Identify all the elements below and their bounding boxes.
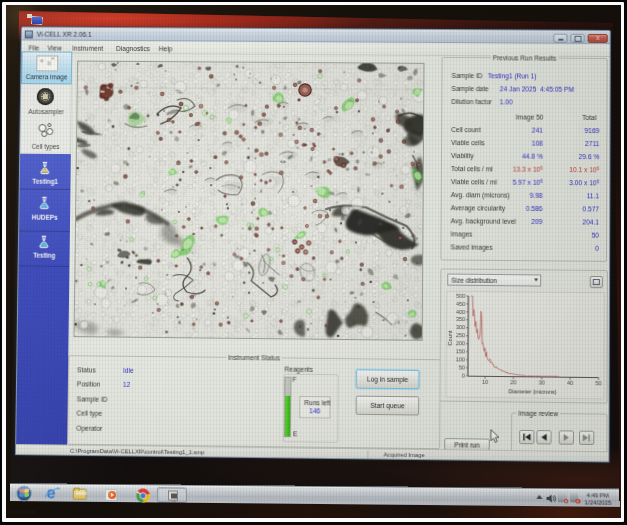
svg-text:30: 30 xyxy=(539,379,545,385)
svg-text:50: 50 xyxy=(595,380,601,386)
svg-text:100: 100 xyxy=(456,356,465,362)
svg-text:200: 200 xyxy=(456,340,465,346)
svg-text:450: 450 xyxy=(456,300,465,306)
svg-text:350: 350 xyxy=(456,316,465,322)
svg-text:150: 150 xyxy=(456,348,465,354)
svg-text:50: 50 xyxy=(459,364,465,370)
svg-text:500: 500 xyxy=(456,293,465,299)
svg-text:300: 300 xyxy=(456,324,465,330)
svg-text:400: 400 xyxy=(456,308,465,314)
svg-text:250: 250 xyxy=(456,332,465,338)
svg-text:0: 0 xyxy=(462,372,465,378)
svg-text:40: 40 xyxy=(567,380,573,386)
svg-text:20: 20 xyxy=(510,379,516,385)
svg-text:Diameter (microns): Diameter (microns) xyxy=(509,388,557,395)
svg-text:Count: Count xyxy=(447,330,453,346)
svg-text:10: 10 xyxy=(482,379,488,385)
